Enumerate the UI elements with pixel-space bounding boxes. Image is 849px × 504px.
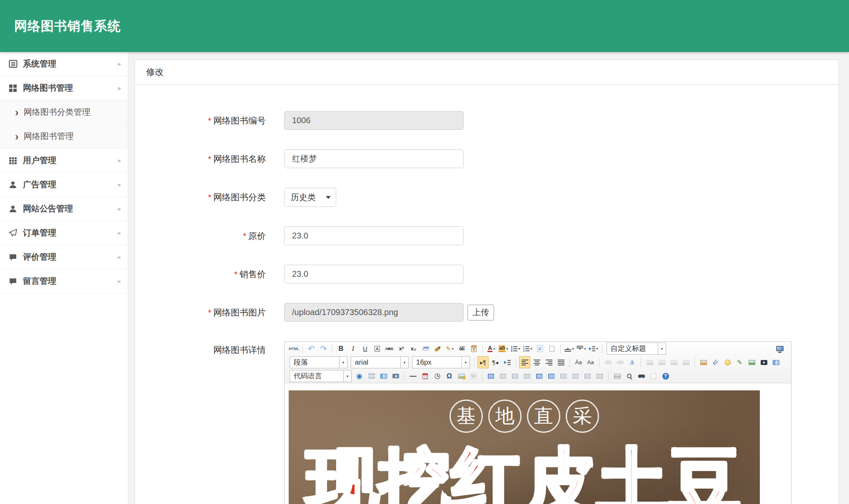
upload-button[interactable]: 上传 — [467, 305, 494, 320]
table-title-icon[interactable] — [509, 370, 521, 382]
sidebar-item-system-management[interactable]: 系统管理 ▸ — [0, 52, 128, 76]
strikethrough-icon[interactable]: ABC — [384, 343, 395, 355]
format-brush-icon[interactable] — [432, 343, 443, 355]
align-left-icon[interactable] — [519, 356, 530, 368]
word-image-icon[interactable]: W — [468, 370, 479, 382]
anchor-style-icon[interactable]: a — [534, 343, 545, 355]
image-align-none-icon[interactable] — [644, 356, 655, 368]
print-icon[interactable] — [612, 370, 623, 382]
paragraph-spacing-top-icon[interactable]: ▾ — [564, 343, 575, 355]
italic-icon[interactable]: I — [347, 343, 359, 355]
editor-content-area[interactable]: 基 地 直 采 现挖红皮土豆 — [285, 383, 791, 504]
redo-icon[interactable]: ↷ — [318, 343, 329, 355]
sidebar-subitem-book-category-management[interactable]: › 网络图书分类管理 — [0, 100, 128, 124]
align-justify-icon[interactable] — [555, 356, 567, 368]
book-name-input[interactable] — [284, 149, 464, 168]
sidebar-item-order-management[interactable]: 订单管理 ▸ — [0, 221, 128, 245]
font-border-icon[interactable]: A — [372, 343, 383, 355]
fullscreen-icon[interactable] — [774, 343, 785, 355]
paste-text-icon[interactable]: T — [468, 343, 479, 355]
delete-row-icon[interactable] — [558, 370, 569, 382]
direction-rtl-icon[interactable]: ¶◂ — [489, 356, 501, 368]
map-icon[interactable] — [746, 356, 757, 368]
underline-icon[interactable]: U — [360, 343, 371, 355]
preview-icon[interactable] — [624, 370, 635, 382]
image-transfer-icon[interactable] — [456, 370, 467, 382]
delete-table-icon[interactable] — [497, 370, 509, 382]
line-height-icon[interactable]: ▾ — [588, 343, 599, 355]
paragraph-format-combo[interactable]: 段落▾ — [290, 356, 347, 368]
bold-icon[interactable]: B — [335, 343, 347, 355]
to-uppercase-icon[interactable]: Áa — [573, 356, 584, 368]
source-icon[interactable]: HTML — [288, 343, 300, 355]
delete-col-icon[interactable] — [570, 370, 581, 382]
search-replace-icon[interactable] — [636, 370, 647, 382]
code-language-combo[interactable]: 代码语言▾ — [290, 370, 352, 382]
drafts-icon[interactable] — [648, 370, 659, 382]
undo-icon[interactable]: ↶ — [306, 343, 317, 355]
merge-cells-icon[interactable] — [582, 370, 593, 382]
book-id-input[interactable] — [284, 111, 464, 130]
unordered-list-icon[interactable]: ▾ — [522, 343, 533, 355]
emotion-icon[interactable] — [722, 356, 733, 368]
image-align-right-icon[interactable] — [680, 356, 692, 368]
book-image-path-input[interactable] — [284, 303, 464, 322]
align-center-icon[interactable] — [531, 356, 542, 368]
custom-title-combo[interactable]: 自定义标题▾ — [607, 343, 666, 355]
sidebar-item-site-notice-management[interactable]: 网站公告管理 ▸ — [0, 197, 128, 221]
insert-table-icon[interactable] — [485, 370, 497, 382]
ordered-list-icon[interactable]: ▾ — [510, 343, 521, 355]
template-icon[interactable] — [378, 370, 389, 382]
split-cells-icon[interactable] — [594, 370, 605, 382]
form-row-book-detail: 网络图书详情 HTML↶↷BIUAABCx²x₂✎▾66TA▾ab▾▾▾a▾▾▾… — [135, 341, 839, 504]
align-right-icon[interactable] — [543, 356, 554, 368]
insert-col-icon[interactable] — [546, 370, 557, 382]
page-break-icon[interactable] — [366, 370, 377, 382]
image-align-center-icon[interactable] — [668, 356, 679, 368]
background-icon[interactable] — [770, 356, 782, 368]
sidebar-item-user-management[interactable]: 用户管理 ▸ — [0, 149, 128, 173]
screen-capture-icon[interactable] — [390, 370, 401, 382]
subscript-icon[interactable]: x₂ — [408, 343, 419, 355]
insert-time-icon[interactable] — [432, 370, 443, 382]
scrawl-icon[interactable]: ✎ — [734, 356, 745, 368]
insert-code-icon[interactable]: ◉ — [354, 370, 365, 382]
image-align-left-icon[interactable] — [656, 356, 667, 368]
original-price-input[interactable] — [284, 226, 464, 245]
sidebar-subitem-book-management[interactable]: › 网络图书管理 — [0, 124, 128, 149]
horizontal-rule-icon[interactable]: — — [407, 370, 419, 382]
sale-price-input[interactable] — [284, 265, 464, 283]
sidebar-item-review-management[interactable]: 评价管理 ▸ — [0, 245, 128, 269]
eraser-icon[interactable] — [420, 343, 431, 355]
font-size-combo[interactable]: 16px▾ — [412, 356, 470, 368]
font-family-combo[interactable]: arial▾ — [351, 356, 409, 368]
word-image-glyph: W — [470, 373, 477, 380]
paragraph-spacing-bottom-icon[interactable]: ▾ — [576, 343, 587, 355]
direction-ltr-icon[interactable]: ▸¶ — [477, 356, 489, 368]
back-color-icon[interactable]: ab▾ — [498, 343, 509, 355]
superscript-icon[interactable]: x² — [396, 343, 407, 355]
blank-doc-icon[interactable] — [546, 343, 557, 355]
indent-icon[interactable] — [502, 356, 513, 368]
anchor-icon[interactable]: ⚓ — [627, 356, 638, 368]
insert-row-icon[interactable] — [534, 370, 545, 382]
link-icon[interactable] — [602, 356, 614, 368]
circle-badge: 基 — [449, 400, 483, 433]
to-lowercase-icon[interactable]: Aa — [585, 356, 596, 368]
unlink-icon[interactable] — [614, 356, 626, 368]
blockquote-icon[interactable]: 66 — [456, 343, 467, 355]
scrawl-glyph: ✎ — [737, 359, 742, 366]
book-category-select[interactable]: 历史类 — [284, 188, 336, 207]
insert-date-icon[interactable] — [420, 370, 431, 382]
font-color-icon[interactable]: A▾ — [486, 343, 497, 355]
table-caption-icon[interactable] — [522, 370, 533, 382]
insert-video-icon[interactable] — [758, 356, 769, 368]
insert-image-icon[interactable] — [698, 356, 709, 368]
sidebar-item-message-management[interactable]: 留言管理 ▸ — [0, 269, 128, 293]
special-chars-icon[interactable]: Ω — [444, 370, 455, 382]
help-icon[interactable]: ? — [660, 370, 671, 382]
attachment-icon[interactable] — [710, 356, 721, 368]
remove-format-icon[interactable]: ✎▾ — [444, 343, 455, 355]
sidebar-item-book-management[interactable]: 网络图书管理 ▸ — [0, 76, 128, 100]
sidebar-item-ad-management[interactable]: 广告管理 ▸ — [0, 173, 128, 197]
